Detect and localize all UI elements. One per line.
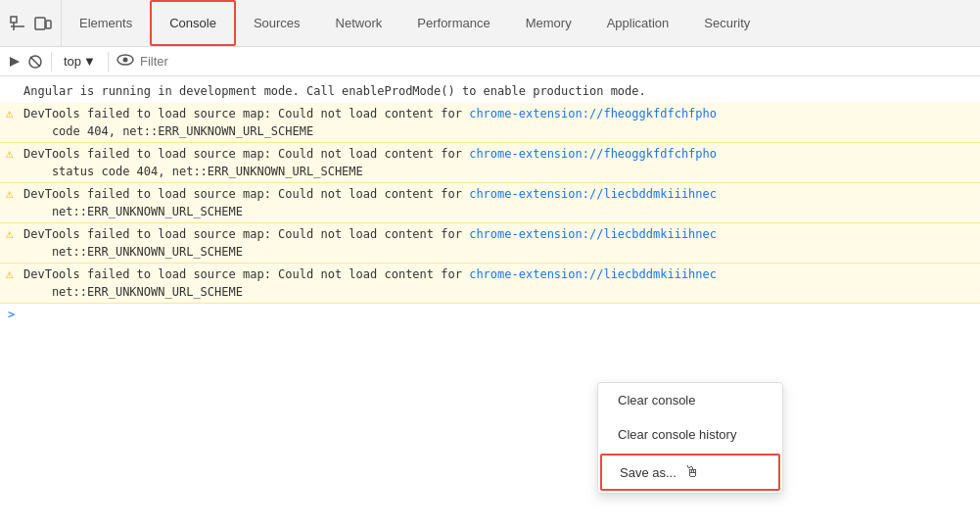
warning-icon-4: ⚠ — [6, 225, 14, 243]
console-line-warning-1: ⚠ DevTools failed to load source map: Co… — [0, 103, 980, 143]
console-line-warning-5: ⚠ DevTools failed to load source map: Co… — [0, 264, 980, 304]
clear-console-item[interactable]: Clear console — [598, 383, 782, 417]
clear-history-item[interactable]: Clear console history — [598, 417, 782, 452]
device-icon[interactable] — [33, 14, 53, 33]
tab-network[interactable]: Network — [318, 0, 400, 46]
separator2 — [108, 52, 109, 72]
warning-link-4[interactable]: chrome-extension://liecbddmkiiihnec — [469, 227, 717, 241]
warning-link-3[interactable]: chrome-extension://liecbddmkiiihnec — [469, 187, 717, 201]
svg-line-7 — [30, 57, 40, 67]
svg-rect-4 — [46, 21, 51, 28]
warning-icon-3: ⚠ — [6, 185, 14, 203]
save-as-item[interactable]: Save as... 🖱 — [600, 454, 780, 491]
devtools-header: Elements Console Sources Network Perform… — [0, 0, 980, 47]
dropdown-arrow: ▼ — [83, 54, 96, 69]
svg-marker-5 — [10, 57, 20, 67]
tab-application[interactable]: Application — [589, 0, 687, 46]
svg-rect-3 — [35, 18, 45, 29]
tab-console[interactable]: Console — [150, 0, 236, 46]
block-icon[interactable] — [27, 54, 43, 70]
console-output: Angular is running in development mode. … — [0, 76, 980, 529]
console-prompt-line: > — [0, 304, 980, 309]
console-line-info: Angular is running in development mode. … — [0, 80, 980, 103]
tab-memory[interactable]: Memory — [508, 0, 589, 46]
tab-sources[interactable]: Sources — [236, 0, 318, 46]
warning-link-5[interactable]: chrome-extension://liecbddmkiiihnec — [469, 267, 717, 281]
warning-icon-5: ⚠ — [6, 265, 14, 283]
console-line-warning-2: ⚠ DevTools failed to load source map: Co… — [0, 143, 980, 183]
svg-rect-0 — [11, 17, 17, 23]
top-selector[interactable]: top ▼ — [60, 54, 100, 69]
top-label: top — [64, 54, 81, 69]
nav-tabs: Elements Console Sources Network Perform… — [62, 0, 980, 46]
toolbar-icons — [0, 0, 62, 46]
arrow-right-icon[interactable] — [8, 55, 22, 69]
warning-icon-1: ⚠ — [6, 105, 14, 122]
inspect-icon[interactable] — [8, 14, 27, 33]
console-toolbar: top ▼ — [0, 47, 980, 76]
warning-link-1[interactable]: chrome-extension://fheoggkfdfchfpho — [469, 107, 717, 120]
console-line-warning-4: ⚠ DevTools failed to load source map: Co… — [0, 223, 980, 264]
console-line-warning-3: ⚠ DevTools failed to load source map: Co… — [0, 183, 980, 223]
tab-elements[interactable]: Elements — [62, 0, 150, 46]
prompt-arrow: > — [8, 306, 15, 323]
svg-point-9 — [122, 58, 127, 63]
tab-performance[interactable]: Performance — [399, 0, 507, 46]
tab-security[interactable]: Security — [686, 0, 768, 46]
cursor-icon: 🖱 — [684, 463, 700, 481]
warning-icon-2: ⚠ — [6, 145, 14, 163]
eye-icon[interactable] — [117, 54, 134, 69]
filter-input[interactable] — [140, 54, 972, 69]
context-menu: Clear console Clear console history Save… — [597, 382, 783, 494]
separator — [51, 52, 52, 72]
info-text: Angular is running in development mode. … — [23, 84, 646, 98]
warning-link-2[interactable]: chrome-extension://fheoggkfdfchfpho — [469, 147, 717, 161]
